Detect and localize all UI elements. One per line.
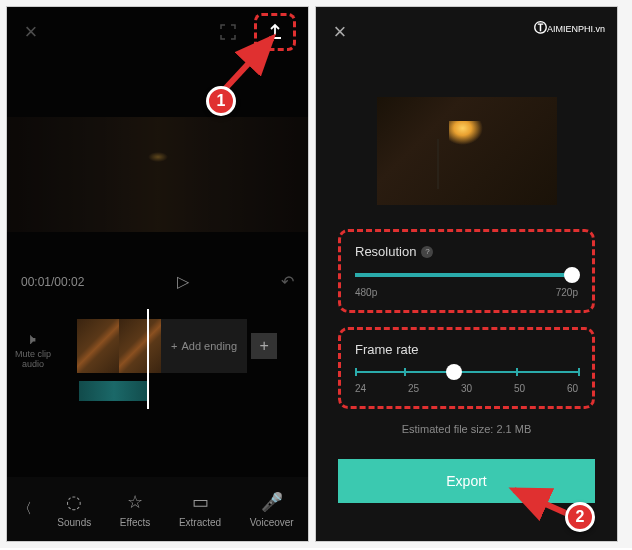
fr-tick: 30 bbox=[461, 383, 472, 394]
slider-knob[interactable] bbox=[446, 364, 462, 380]
resolution-min: 480p bbox=[355, 287, 377, 298]
close-icon[interactable]: × bbox=[328, 20, 352, 44]
clip-thumbnail[interactable] bbox=[119, 319, 161, 373]
resolution-label: Resolution bbox=[355, 244, 416, 259]
export-preview bbox=[377, 97, 557, 205]
nav-extracted[interactable]: ▭ Extracted bbox=[179, 491, 221, 528]
timecode: 00:01/00:02 bbox=[21, 275, 84, 289]
slider-knob[interactable] bbox=[564, 267, 580, 283]
voiceover-icon: 🎤 bbox=[261, 491, 283, 513]
fr-tick: 24 bbox=[355, 383, 366, 394]
editor-screen: × 00:01/00:02 ▷ ↶ 🕨 Mute clip bbox=[6, 6, 309, 542]
editor-topbar: × bbox=[7, 7, 308, 57]
audio-track[interactable] bbox=[79, 381, 149, 401]
resolution-max: 720p bbox=[556, 287, 578, 298]
sounds-icon: ◌ bbox=[66, 491, 82, 513]
nav-sounds[interactable]: ◌ Sounds bbox=[57, 491, 91, 528]
framerate-label: Frame rate bbox=[355, 342, 419, 357]
export-icon-highlight bbox=[254, 13, 296, 51]
fr-tick: 25 bbox=[408, 383, 419, 394]
framerate-slider[interactable] bbox=[355, 371, 578, 373]
callout-1: 1 bbox=[206, 86, 236, 116]
fr-tick: 50 bbox=[514, 383, 525, 394]
undo-button[interactable]: ↶ bbox=[281, 272, 294, 291]
export-screen: ⓉAIMIENPHI.vn × Resolution ? 480p 720p bbox=[315, 6, 618, 542]
play-button[interactable]: ▷ bbox=[177, 272, 189, 291]
framerate-setting-highlight: Frame rate 24 25 30 50 60 bbox=[338, 327, 595, 409]
bottom-toolbar: 〈 ◌ Sounds ☆ Effects ▭ Extracted 🎤 Voice… bbox=[7, 477, 308, 541]
export-button[interactable]: Export bbox=[338, 459, 595, 503]
mute-clip-button[interactable]: 🕨 Mute clip audio bbox=[15, 331, 51, 369]
add-clip-button[interactable]: + bbox=[251, 333, 277, 359]
close-icon[interactable]: × bbox=[19, 20, 43, 44]
playhead[interactable] bbox=[147, 309, 149, 409]
resolution-setting-highlight: Resolution ? 480p 720p bbox=[338, 229, 595, 313]
nav-voiceover[interactable]: 🎤 Voiceover bbox=[250, 491, 294, 528]
timeline[interactable]: 🕨 Mute clip audio + Add ending + bbox=[7, 309, 308, 429]
clip-thumbnail[interactable] bbox=[77, 319, 119, 373]
extracted-icon: ▭ bbox=[192, 491, 209, 513]
callout-2: 2 bbox=[565, 502, 595, 532]
fr-tick: 60 bbox=[567, 383, 578, 394]
help-icon[interactable]: ? bbox=[421, 246, 433, 258]
fullscreen-icon[interactable] bbox=[216, 20, 240, 44]
video-preview[interactable] bbox=[7, 117, 308, 232]
speaker-muted-icon: 🕨 bbox=[15, 331, 51, 347]
watermark: ⓉAIMIENPHI.vn bbox=[534, 19, 605, 37]
nav-effects[interactable]: ☆ Effects bbox=[120, 491, 150, 528]
resolution-slider[interactable] bbox=[355, 273, 578, 277]
export-icon[interactable] bbox=[263, 20, 287, 44]
back-button[interactable]: 〈 bbox=[7, 477, 43, 541]
file-size-estimate: Estimated file size: 2.1 MB bbox=[338, 423, 595, 435]
add-ending-button[interactable]: + Add ending bbox=[161, 319, 247, 373]
effects-icon: ☆ bbox=[127, 491, 143, 513]
